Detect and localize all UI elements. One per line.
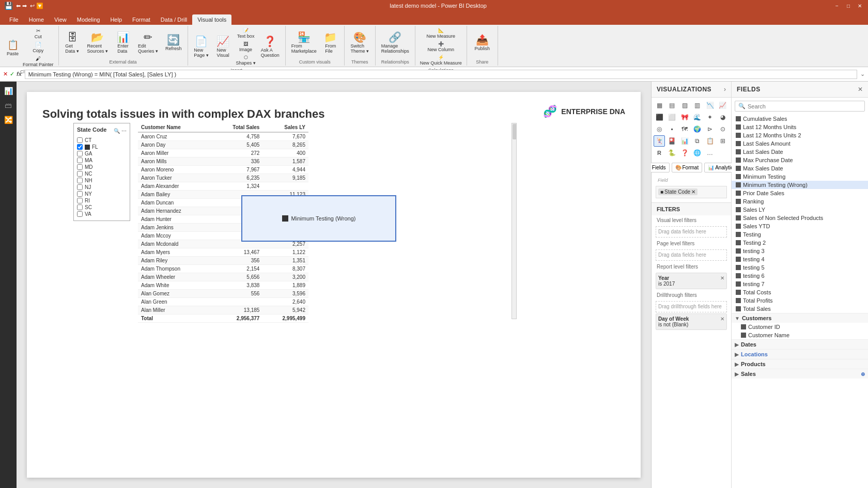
field-customer-name[interactable]: Customer Name bbox=[732, 331, 868, 339]
minimum-testing-chart[interactable]: Minimum Testing (Wrong) bbox=[241, 195, 396, 242]
publish-button[interactable]: 📤Publish bbox=[472, 33, 492, 53]
new-measure-button[interactable]: 📐New Measure bbox=[425, 27, 457, 40]
vis-kpi-icon[interactable]: 📊 bbox=[679, 135, 690, 147]
fields-search-input[interactable] bbox=[748, 103, 861, 109]
edit-queries-button[interactable]: ✏EditQueries ▾ bbox=[135, 30, 161, 55]
vis-multicard-icon[interactable]: 🎴 bbox=[667, 135, 678, 147]
cut-button[interactable]: ✂Cut bbox=[21, 27, 55, 40]
vis-map-icon[interactable]: 🗺 bbox=[679, 123, 690, 135]
sidebar-data-icon[interactable]: 🗃 bbox=[3, 99, 14, 112]
tab-format[interactable]: Format bbox=[127, 14, 156, 25]
confirm-formula-icon[interactable]: ✓ bbox=[10, 71, 14, 77]
field-last-12-months-units[interactable]: Last 12 Months Units bbox=[732, 123, 868, 131]
field-sales-ytd[interactable]: Sales YTD bbox=[732, 222, 868, 230]
ask-question-button[interactable]: ❓Ask AQuestion bbox=[258, 35, 282, 59]
fields-panel-expand-icon[interactable]: ✕ bbox=[858, 86, 863, 93]
slicer-item-nh[interactable]: NH bbox=[77, 177, 127, 184]
new-quick-measure-button[interactable]: ⚡New Quick Measure bbox=[419, 54, 463, 67]
slicer-item-ri[interactable]: RI bbox=[77, 197, 127, 204]
slicer-item-nc[interactable]: NC bbox=[77, 170, 127, 177]
new-column-button[interactable]: ➕New Column bbox=[426, 40, 456, 53]
vis-arcgis-icon[interactable]: 🌐 bbox=[692, 147, 703, 159]
vis-matrix-icon[interactable]: ⊞ bbox=[717, 135, 729, 147]
field-testing-7[interactable]: testing 7 bbox=[732, 280, 868, 288]
vis-stacked-column-icon[interactable]: ▨ bbox=[679, 100, 690, 111]
tab-file[interactable]: File bbox=[4, 14, 24, 25]
vis-funnel-icon[interactable]: ⊳ bbox=[704, 123, 716, 135]
vis-format-button[interactable]: 🎨 Format bbox=[672, 163, 703, 172]
visual-filter-drop-zone[interactable]: Drag data fields here bbox=[656, 226, 727, 238]
vis-clustered-column-icon[interactable]: ▥ bbox=[692, 100, 703, 111]
image-button[interactable]: 🖼Image bbox=[235, 40, 257, 53]
tab-visual-tools[interactable]: Visual tools bbox=[192, 14, 231, 25]
section-sales[interactable]: ▶ Sales ⊕ bbox=[732, 369, 868, 379]
field-ranking[interactable]: Ranking bbox=[732, 197, 868, 206]
new-page-button[interactable]: 📄NewPage ▾ bbox=[191, 35, 212, 59]
page-filter-drop-zone[interactable]: Drag data fields here bbox=[656, 249, 727, 261]
formula-expand-icon[interactable]: ⌄ bbox=[860, 71, 865, 77]
field-testing-6[interactable]: testing 6 bbox=[732, 272, 868, 280]
vis-qa-icon[interactable]: ❓ bbox=[679, 147, 690, 159]
slicer-item-fl[interactable]: FL bbox=[77, 144, 127, 150]
formula-input[interactable] bbox=[25, 70, 857, 79]
tab-help[interactable]: Help bbox=[105, 14, 127, 25]
minimize-button[interactable]: − bbox=[833, 2, 841, 10]
field-max-sales-date[interactable]: Max Sales Date bbox=[732, 164, 868, 172]
vis-gauge-icon[interactable]: ⊙ bbox=[717, 123, 729, 135]
vis-donut-icon[interactable]: ◎ bbox=[654, 123, 665, 135]
slicer-item-va[interactable]: VA bbox=[77, 211, 127, 217]
tab-home[interactable]: Home bbox=[24, 14, 49, 25]
vis-slicer-icon[interactable]: ⧉ bbox=[692, 135, 703, 147]
field-testing-4[interactable]: testing 4 bbox=[732, 255, 868, 263]
field-testing-3[interactable]: testing 3 bbox=[732, 247, 868, 255]
field-total-profits[interactable]: Total Profits bbox=[732, 296, 868, 305]
slicer-item-ga[interactable]: GA bbox=[77, 150, 127, 157]
textbox-button[interactable]: 📝Text box bbox=[235, 27, 257, 40]
vis-line-icon[interactable]: 📉 bbox=[704, 100, 716, 111]
slicer-item-md[interactable]: MD bbox=[77, 164, 127, 170]
format-painter-button[interactable]: 🖌Format Painter bbox=[21, 55, 55, 68]
sidebar-model-icon[interactable]: 🔀 bbox=[2, 114, 15, 126]
vis-r-icon[interactable]: R bbox=[654, 147, 665, 159]
enter-data-button[interactable]: 📊EnterData bbox=[113, 30, 133, 55]
sidebar-report-icon[interactable]: 📊 bbox=[2, 85, 15, 97]
paste-button[interactable]: 📋Paste bbox=[5, 38, 20, 57]
drillthrough-drop-zone[interactable]: Drag drillthrough fields here bbox=[656, 301, 727, 312]
day-filter-close[interactable]: ✕ bbox=[720, 316, 724, 322]
slicer-menu-icon[interactable]: ⋯ bbox=[121, 128, 127, 134]
field-testing[interactable]: Testing bbox=[732, 230, 868, 239]
vis-line-clustered-icon[interactable]: ⬜ bbox=[667, 112, 678, 123]
slicer-item-ny[interactable]: NY bbox=[77, 191, 127, 197]
vis-table-icon[interactable]: 📋 bbox=[704, 135, 716, 147]
vis-area-icon[interactable]: 📈 bbox=[717, 100, 729, 111]
vis-filled-map-icon[interactable]: 🌍 bbox=[692, 123, 703, 135]
field-last-sales-amount[interactable]: Last Sales Amount bbox=[732, 139, 868, 148]
section-customers[interactable]: ▼ Customers bbox=[732, 313, 868, 323]
section-locations[interactable]: ▶ Locations bbox=[732, 349, 868, 359]
vis-ribbon-icon[interactable]: 🎀 bbox=[679, 112, 690, 123]
cancel-formula-icon[interactable]: ✕ bbox=[3, 71, 8, 77]
fields-search-bar[interactable]: 🔍 bbox=[735, 101, 865, 112]
field-last-sales-date[interactable]: Last Sales Date bbox=[732, 148, 868, 156]
switch-theme-button[interactable]: 🎨SwitchTheme ▾ bbox=[348, 30, 371, 55]
field-sales-ly[interactable]: Sales LY bbox=[732, 206, 868, 214]
get-data-button[interactable]: 🗄GetData ▾ bbox=[62, 30, 83, 55]
new-visual-button[interactable]: 📈NewVisual bbox=[213, 35, 234, 59]
field-total-sales[interactable]: Total Sales bbox=[732, 305, 868, 313]
tab-view[interactable]: View bbox=[49, 14, 72, 25]
field-testing-5[interactable]: testing 5 bbox=[732, 263, 868, 272]
visualizations-expand-icon[interactable]: › bbox=[724, 86, 726, 93]
vis-field-drop-area[interactable]: ■ State Code ✕ bbox=[656, 186, 727, 198]
slicer-item-ma[interactable]: MA bbox=[77, 157, 127, 164]
close-button[interactable]: ✕ bbox=[856, 2, 864, 10]
slicer-item-ct[interactable]: CT bbox=[77, 137, 127, 144]
vis-clustered-bar-icon[interactable]: ▤ bbox=[667, 100, 678, 111]
field-cumulative-sales[interactable]: Cumulative Sales bbox=[732, 115, 868, 123]
from-file-button[interactable]: 📁FromFile bbox=[320, 30, 341, 55]
field-sales-non-selected[interactable]: Sales of Non Selected Products bbox=[732, 214, 868, 222]
field-last-12-months-units-2[interactable]: Last 12 Months Units 2 bbox=[732, 131, 868, 139]
vis-more-icon[interactable]: … bbox=[704, 147, 716, 159]
vis-python-icon[interactable]: 🐍 bbox=[667, 147, 678, 159]
field-testing-2[interactable]: Testing 2 bbox=[732, 239, 868, 247]
slicer-item-sc[interactable]: SC bbox=[77, 204, 127, 211]
